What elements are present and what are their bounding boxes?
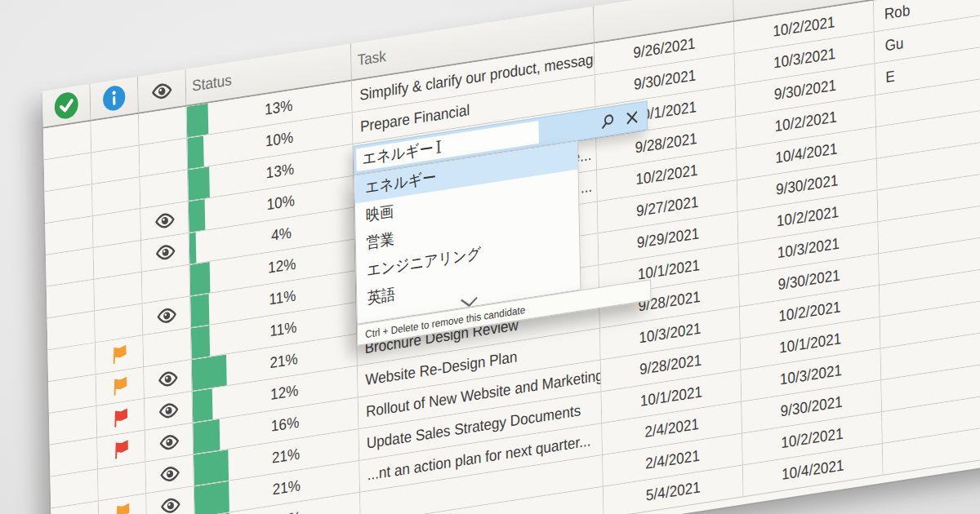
flag-icon <box>110 343 129 366</box>
info-circle-icon <box>102 83 126 113</box>
task-label: ... <box>581 178 593 197</box>
eye-icon <box>151 81 173 101</box>
eye-icon <box>159 496 181 514</box>
end-date-value: 10/4/2021 <box>775 140 838 167</box>
end-date-value: 10/2/2021 <box>778 298 841 326</box>
eye-icon <box>154 242 176 262</box>
start-date-value: 10/3/2021 <box>639 320 702 348</box>
end-date-value: 9/30/2021 <box>776 171 839 199</box>
end-date-value: 10/1/2021 <box>779 330 842 357</box>
check-circle-icon <box>54 90 79 122</box>
eye-icon <box>158 464 180 484</box>
start-date-value: 9/27/2021 <box>636 193 699 220</box>
start-date-value: 9/28/2021 <box>635 130 697 157</box>
end-date-value: 9/30/2021 <box>777 266 840 294</box>
start-date-value: 2/4/2021 <box>644 415 699 441</box>
close-icon[interactable] <box>626 110 639 125</box>
end-date-value: 10/4/2021 <box>782 456 844 484</box>
start-date-value: 9/26/2021 <box>633 34 696 62</box>
end-date-value: 9/30/2021 <box>774 77 837 104</box>
eye-icon <box>157 370 179 389</box>
end-date-value: 9/30/2021 <box>780 393 843 421</box>
status-header-label: Status <box>192 71 232 95</box>
start-date-value: 10/1/2021 <box>640 383 703 410</box>
start-date-value: 9/30/2021 <box>634 66 697 94</box>
owner-value: Rob <box>884 2 911 24</box>
start-date-value: 5/4/2021 <box>646 478 701 504</box>
end-date-value: 10/2/2021 <box>774 108 837 135</box>
owner-value: Gu <box>884 34 903 55</box>
search-icon[interactable] <box>600 113 614 131</box>
flag-icon <box>112 438 131 461</box>
end-date-value: 10/3/2021 <box>773 45 836 73</box>
start-date-value: 9/29/2021 <box>637 224 700 252</box>
end-date-value: 10/2/2021 <box>777 203 840 231</box>
eye-icon <box>156 306 178 326</box>
end-date-value: 10/2/2021 <box>773 13 835 41</box>
flag-icon <box>113 502 131 514</box>
eye-icon <box>154 211 176 231</box>
start-date-value: 2/4/2021 <box>645 447 700 473</box>
eye-icon <box>158 401 180 420</box>
flag-icon <box>110 374 129 397</box>
page: { "grid": { "colors": { "progress_green"… <box>0 0 980 514</box>
grid-sheet: Status Task 13% <box>42 0 980 514</box>
end-date-value: 10/3/2021 <box>780 361 843 389</box>
text-cursor-icon: I <box>435 137 442 157</box>
end-date-value: 10/2/2021 <box>781 425 844 453</box>
start-date-value: 9/28/2021 <box>639 352 702 379</box>
task-grid: Status Task 13% <box>42 0 980 514</box>
eye-icon <box>158 432 180 452</box>
end-date-value: 10/3/2021 <box>777 235 840 263</box>
task-header-label: Task <box>357 47 386 69</box>
start-date-value: 10/2/2021 <box>635 162 698 189</box>
owner-value: E <box>885 68 895 87</box>
flag-icon <box>111 406 130 429</box>
